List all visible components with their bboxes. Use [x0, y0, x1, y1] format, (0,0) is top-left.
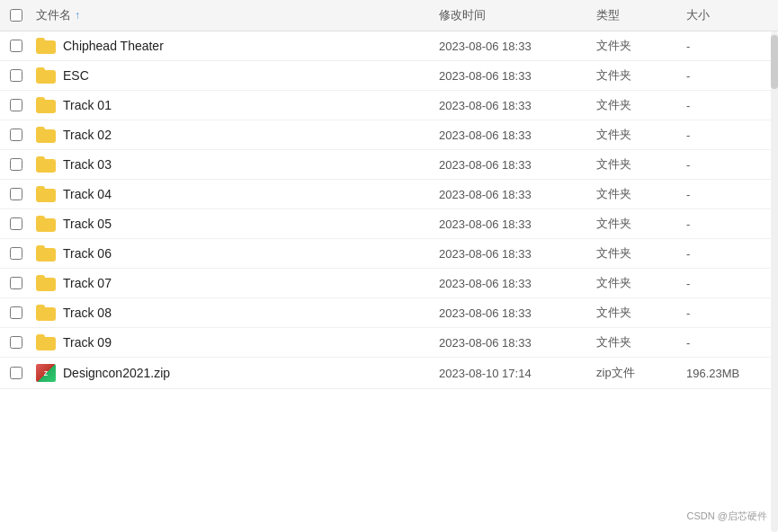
row-size-col: - — [679, 128, 778, 142]
file-date: 2023-08-10 17:14 — [439, 367, 532, 380]
table-row[interactable]: Z Designcon2021.zip 2023-08-10 17:14 zip… — [0, 358, 778, 389]
row-type-col: 文件夹 — [589, 305, 679, 321]
row-checkbox-col — [0, 129, 32, 141]
file-size: - — [686, 188, 690, 201]
row-checkbox-col — [0, 99, 32, 111]
file-date: 2023-08-06 18:33 — [439, 247, 532, 261]
file-name: Track 06 — [63, 246, 112, 261]
row-type-col: 文件夹 — [589, 216, 679, 232]
select-all-checkbox[interactable] — [10, 9, 22, 22]
row-name-col: Track 03 — [32, 156, 432, 173]
file-name: Track 08 — [63, 306, 112, 320]
header-size-col[interactable]: 大小 — [679, 7, 778, 23]
file-size: - — [686, 69, 690, 83]
file-type: 文件夹 — [596, 39, 631, 52]
folder-icon — [36, 275, 56, 291]
row-checkbox-col — [0, 158, 32, 171]
row-checkbox[interactable] — [10, 367, 22, 379]
row-checkbox[interactable] — [10, 277, 22, 289]
row-size-col: - — [679, 276, 778, 290]
file-date: 2023-08-06 18:33 — [439, 99, 532, 112]
row-checkbox[interactable] — [10, 69, 22, 82]
table-row[interactable]: Track 02 2023-08-06 18:33 文件夹 - — [0, 120, 778, 150]
row-size-col: - — [679, 217, 778, 231]
row-checkbox[interactable] — [10, 188, 22, 200]
file-date: 2023-08-06 18:33 — [439, 129, 532, 142]
file-name: Track 02 — [63, 128, 112, 142]
table-row[interactable]: Track 06 2023-08-06 18:33 文件夹 - — [0, 239, 778, 269]
row-date-col: 2023-08-06 18:33 — [432, 335, 589, 350]
row-size-col: 196.23MB — [679, 366, 778, 380]
file-name: Track 01 — [63, 98, 112, 112]
row-checkbox[interactable] — [10, 217, 22, 230]
row-date-col: 2023-08-06 18:33 — [432, 217, 589, 231]
row-date-col: 2023-08-06 18:33 — [432, 128, 589, 142]
table-row[interactable]: Track 09 2023-08-06 18:33 文件夹 - — [0, 328, 778, 358]
table-row[interactable]: Track 07 2023-08-06 18:33 文件夹 - — [0, 269, 778, 298]
header-date-col[interactable]: 修改时间 — [432, 7, 589, 23]
table-row[interactable]: Track 08 2023-08-06 18:33 文件夹 - — [0, 298, 778, 328]
table-row[interactable]: Track 03 2023-08-06 18:33 文件夹 - — [0, 150, 778, 180]
row-date-col: 2023-08-06 18:33 — [432, 39, 589, 53]
file-date: 2023-08-06 18:33 — [439, 217, 532, 231]
header-name-col[interactable]: 文件名 ↑ — [32, 7, 432, 23]
folder-icon — [36, 97, 56, 113]
file-list: Chiphead Theater 2023-08-06 18:33 文件夹 - … — [0, 31, 778, 389]
row-name-col: Track 09 — [32, 334, 432, 350]
folder-icon — [36, 67, 56, 84]
row-checkbox[interactable] — [10, 40, 22, 52]
file-size: - — [686, 336, 690, 350]
file-date: 2023-08-06 18:33 — [439, 336, 532, 350]
row-checkbox[interactable] — [10, 129, 22, 141]
file-size: - — [686, 306, 690, 320]
file-type: 文件夹 — [596, 276, 631, 289]
row-name-col: Track 02 — [32, 127, 432, 143]
file-size: 196.23MB — [686, 367, 739, 380]
file-type: 文件夹 — [596, 98, 631, 111]
file-name: Track 07 — [63, 276, 112, 290]
file-name: Track 03 — [63, 157, 112, 172]
sort-arrow-icon[interactable]: ↑ — [75, 9, 80, 22]
row-checkbox-col — [0, 217, 32, 230]
row-size-col: - — [679, 306, 778, 320]
row-type-col: 文件夹 — [589, 38, 679, 54]
file-type: 文件夹 — [596, 187, 631, 200]
row-checkbox[interactable] — [10, 99, 22, 111]
table-row[interactable]: Track 04 2023-08-06 18:33 文件夹 - — [0, 180, 778, 209]
watermark: CSDN @启芯硬件 — [684, 508, 771, 525]
file-size: - — [686, 247, 690, 261]
folder-icon — [36, 156, 56, 173]
table-row[interactable]: Track 01 2023-08-06 18:33 文件夹 - — [0, 91, 778, 120]
row-date-col: 2023-08-06 18:33 — [432, 306, 589, 320]
row-date-col: 2023-08-06 18:33 — [432, 68, 589, 83]
file-type: 文件夹 — [596, 128, 631, 141]
zip-icon: Z — [36, 364, 56, 382]
row-name-col: Track 07 — [32, 275, 432, 291]
file-date: 2023-08-06 18:33 — [439, 158, 532, 172]
row-size-col: - — [679, 98, 778, 112]
file-size: - — [686, 99, 690, 112]
header-size-label: 大小 — [686, 8, 710, 22]
row-checkbox-col — [0, 40, 32, 52]
row-type-col: zip文件 — [589, 365, 679, 381]
row-name-col: Track 06 — [32, 245, 432, 262]
table-row[interactable]: Chiphead Theater 2023-08-06 18:33 文件夹 - — [0, 31, 778, 61]
file-date: 2023-08-06 18:33 — [439, 306, 532, 320]
row-checkbox[interactable] — [10, 158, 22, 171]
header-type-col[interactable]: 类型 — [589, 7, 679, 23]
row-checkbox[interactable] — [10, 306, 22, 319]
scrollbar-thumb[interactable] — [771, 35, 778, 89]
table-row[interactable]: Track 05 2023-08-06 18:33 文件夹 - — [0, 209, 778, 239]
row-checkbox-col — [0, 188, 32, 200]
file-type: 文件夹 — [596, 157, 631, 171]
row-name-col: ESC — [32, 67, 432, 84]
row-type-col: 文件夹 — [589, 245, 679, 262]
header-date-label: 修改时间 — [439, 8, 486, 22]
row-checkbox[interactable] — [10, 336, 22, 349]
row-date-col: 2023-08-06 18:33 — [432, 276, 589, 290]
table-row[interactable]: ESC 2023-08-06 18:33 文件夹 - — [0, 61, 778, 91]
scrollbar-track[interactable] — [771, 31, 778, 532]
row-checkbox-col — [0, 277, 32, 289]
row-type-col: 文件夹 — [589, 156, 679, 173]
row-checkbox[interactable] — [10, 247, 22, 260]
